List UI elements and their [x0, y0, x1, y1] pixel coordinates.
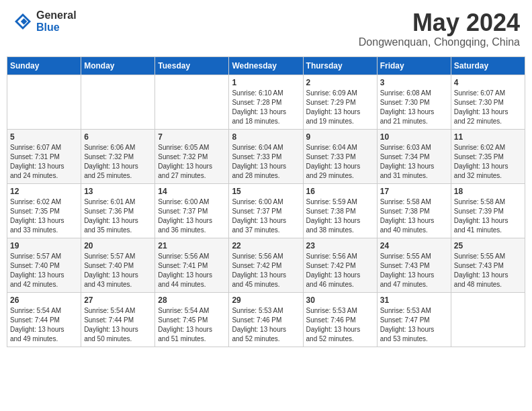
calendar-cell: 19Sunrise: 5:57 AM Sunset: 7:40 PM Dayli…	[7, 238, 81, 292]
calendar-cell: 6Sunrise: 6:06 AM Sunset: 7:32 PM Daylig…	[81, 129, 155, 183]
cell-info: Sunrise: 6:03 AM Sunset: 7:34 PM Dayligh…	[380, 143, 448, 181]
calendar-cell	[451, 292, 525, 347]
day-number: 23	[306, 241, 374, 250]
calendar-body: 1Sunrise: 6:10 AM Sunset: 7:28 PM Daylig…	[7, 75, 525, 347]
calendar-table: SundayMondayTuesdayWednesdayThursdayFrid…	[7, 56, 525, 347]
calendar-cell: 24Sunrise: 5:55 AM Sunset: 7:43 PM Dayli…	[377, 238, 451, 292]
day-number: 31	[380, 295, 448, 305]
calendar-week-row: 26Sunrise: 5:54 AM Sunset: 7:44 PM Dayli…	[7, 292, 525, 347]
logo-blue-text: Blue	[36, 21, 77, 34]
cell-info: Sunrise: 5:54 AM Sunset: 7:44 PM Dayligh…	[84, 306, 152, 344]
calendar-cell: 26Sunrise: 5:54 AM Sunset: 7:44 PM Dayli…	[7, 292, 81, 347]
cell-info: Sunrise: 5:56 AM Sunset: 7:42 PM Dayligh…	[232, 252, 300, 289]
cell-info: Sunrise: 5:56 AM Sunset: 7:42 PM Dayligh…	[306, 252, 374, 289]
day-number: 29	[232, 295, 300, 305]
cell-info: Sunrise: 6:09 AM Sunset: 7:29 PM Dayligh…	[306, 89, 374, 126]
month-title: May 2024	[359, 9, 520, 36]
location: Dongwenquan, Chongqing, China	[359, 36, 520, 48]
day-number: 11	[454, 132, 522, 142]
day-number: 21	[158, 241, 226, 250]
calendar-cell	[7, 75, 81, 129]
cell-info: Sunrise: 6:01 AM Sunset: 7:36 PM Dayligh…	[84, 197, 152, 235]
day-number: 14	[158, 187, 226, 196]
day-number: 30	[306, 295, 374, 305]
day-number: 26	[10, 295, 78, 305]
logo-general-text: General	[36, 9, 77, 21]
cell-info: Sunrise: 6:05 AM Sunset: 7:32 PM Dayligh…	[158, 143, 226, 181]
calendar-cell: 11Sunrise: 6:02 AM Sunset: 7:35 PM Dayli…	[451, 129, 525, 183]
cell-info: Sunrise: 6:08 AM Sunset: 7:30 PM Dayligh…	[380, 89, 448, 126]
header-right: May 2024 Dongwenquan, Chongqing, China	[359, 9, 520, 48]
cell-info: Sunrise: 6:00 AM Sunset: 7:37 PM Dayligh…	[232, 197, 300, 235]
calendar-cell: 22Sunrise: 5:56 AM Sunset: 7:42 PM Dayli…	[229, 238, 303, 292]
day-header-row: SundayMondayTuesdayWednesdayThursdayFrid…	[7, 56, 525, 75]
cell-info: Sunrise: 6:07 AM Sunset: 7:31 PM Dayligh…	[10, 143, 78, 181]
day-number: 27	[84, 295, 152, 305]
day-of-week-header: Thursday	[303, 56, 377, 75]
cell-info: Sunrise: 6:06 AM Sunset: 7:32 PM Dayligh…	[84, 143, 152, 181]
calendar-week-row: 12Sunrise: 6:02 AM Sunset: 7:35 PM Dayli…	[7, 183, 525, 238]
day-of-week-header: Friday	[377, 56, 451, 75]
day-of-week-header: Wednesday	[229, 56, 303, 75]
day-number: 9	[306, 132, 374, 142]
day-number: 3	[380, 78, 448, 87]
day-number: 10	[380, 132, 448, 142]
day-number: 1	[232, 78, 300, 87]
day-number: 8	[232, 132, 300, 142]
day-number: 4	[454, 78, 522, 87]
cell-info: Sunrise: 6:00 AM Sunset: 7:37 PM Dayligh…	[158, 197, 226, 235]
page: General Blue May 2024 Dongwenquan, Chong…	[0, 0, 532, 354]
day-of-week-header: Tuesday	[155, 56, 229, 75]
day-number: 15	[232, 187, 300, 196]
day-number: 28	[158, 295, 226, 305]
calendar-week-row: 19Sunrise: 5:57 AM Sunset: 7:40 PM Dayli…	[7, 238, 525, 292]
day-number: 6	[84, 132, 152, 142]
cell-info: Sunrise: 6:02 AM Sunset: 7:35 PM Dayligh…	[10, 197, 78, 235]
calendar-cell: 16Sunrise: 5:59 AM Sunset: 7:38 PM Dayli…	[303, 183, 377, 238]
calendar-cell: 14Sunrise: 6:00 AM Sunset: 7:37 PM Dayli…	[155, 183, 229, 238]
cell-info: Sunrise: 5:55 AM Sunset: 7:43 PM Dayligh…	[380, 252, 448, 289]
cell-info: Sunrise: 6:02 AM Sunset: 7:35 PM Dayligh…	[454, 143, 522, 181]
calendar-cell: 20Sunrise: 5:57 AM Sunset: 7:40 PM Dayli…	[81, 238, 155, 292]
calendar-cell: 4Sunrise: 6:07 AM Sunset: 7:30 PM Daylig…	[451, 75, 525, 129]
cell-info: Sunrise: 6:10 AM Sunset: 7:28 PM Dayligh…	[232, 89, 300, 126]
calendar-cell: 17Sunrise: 5:58 AM Sunset: 7:38 PM Dayli…	[377, 183, 451, 238]
calendar-cell	[81, 75, 155, 129]
calendar-week-row: 1Sunrise: 6:10 AM Sunset: 7:28 PM Daylig…	[7, 75, 525, 129]
day-number: 25	[454, 241, 522, 250]
cell-info: Sunrise: 5:58 AM Sunset: 7:39 PM Dayligh…	[454, 197, 522, 235]
calendar-cell: 27Sunrise: 5:54 AM Sunset: 7:44 PM Dayli…	[81, 292, 155, 347]
calendar-cell: 30Sunrise: 5:53 AM Sunset: 7:46 PM Dayli…	[303, 292, 377, 347]
day-number: 5	[10, 132, 78, 142]
day-number: 17	[380, 187, 448, 196]
calendar-cell: 12Sunrise: 6:02 AM Sunset: 7:35 PM Dayli…	[7, 183, 81, 238]
calendar-week-row: 5Sunrise: 6:07 AM Sunset: 7:31 PM Daylig…	[7, 129, 525, 183]
cell-info: Sunrise: 6:04 AM Sunset: 7:33 PM Dayligh…	[232, 143, 300, 181]
cell-info: Sunrise: 5:53 AM Sunset: 7:47 PM Dayligh…	[380, 306, 448, 344]
calendar-cell: 3Sunrise: 6:08 AM Sunset: 7:30 PM Daylig…	[377, 75, 451, 129]
cell-info: Sunrise: 5:57 AM Sunset: 7:40 PM Dayligh…	[10, 252, 78, 289]
calendar-cell	[155, 75, 229, 129]
calendar-cell: 10Sunrise: 6:03 AM Sunset: 7:34 PM Dayli…	[377, 129, 451, 183]
calendar-cell: 8Sunrise: 6:04 AM Sunset: 7:33 PM Daylig…	[229, 129, 303, 183]
calendar-cell: 1Sunrise: 6:10 AM Sunset: 7:28 PM Daylig…	[229, 75, 303, 129]
calendar-cell: 31Sunrise: 5:53 AM Sunset: 7:47 PM Dayli…	[377, 292, 451, 347]
cell-info: Sunrise: 5:59 AM Sunset: 7:38 PM Dayligh…	[306, 197, 374, 235]
day-of-week-header: Sunday	[7, 56, 81, 75]
calendar-cell: 29Sunrise: 5:53 AM Sunset: 7:46 PM Dayli…	[229, 292, 303, 347]
logo: General Blue	[12, 9, 77, 33]
cell-info: Sunrise: 5:57 AM Sunset: 7:40 PM Dayligh…	[84, 252, 152, 289]
cell-info: Sunrise: 5:54 AM Sunset: 7:45 PM Dayligh…	[158, 306, 226, 344]
calendar-cell: 23Sunrise: 5:56 AM Sunset: 7:42 PM Dayli…	[303, 238, 377, 292]
calendar-cell: 7Sunrise: 6:05 AM Sunset: 7:32 PM Daylig…	[155, 129, 229, 183]
day-number: 24	[380, 241, 448, 250]
day-number: 19	[10, 241, 78, 250]
cell-info: Sunrise: 5:54 AM Sunset: 7:44 PM Dayligh…	[10, 306, 78, 344]
logo-icon	[12, 11, 34, 32]
calendar-cell: 9Sunrise: 6:04 AM Sunset: 7:33 PM Daylig…	[303, 129, 377, 183]
header: General Blue May 2024 Dongwenquan, Chong…	[7, 7, 525, 51]
calendar-cell: 25Sunrise: 5:55 AM Sunset: 7:43 PM Dayli…	[451, 238, 525, 292]
day-number: 18	[454, 187, 522, 196]
logo-text: General Blue	[36, 9, 77, 33]
calendar-header: SundayMondayTuesdayWednesdayThursdayFrid…	[7, 56, 525, 75]
